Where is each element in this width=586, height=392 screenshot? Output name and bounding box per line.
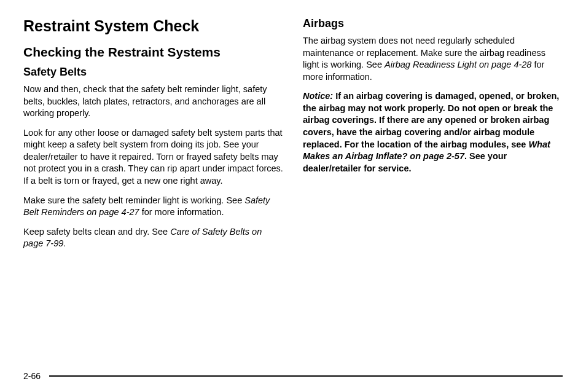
notice-label: Notice: xyxy=(303,91,333,101)
heading-airbags: Airbags xyxy=(303,17,563,30)
para-notice: Notice: If an airbag covering is damaged… xyxy=(303,90,563,174)
para-safety-belts-3: Make sure the safety belt reminder light… xyxy=(23,195,283,219)
footer-rule xyxy=(49,375,563,377)
left-column: Restraint System Check Checking the Rest… xyxy=(23,17,283,257)
page-footer: 2-66 xyxy=(23,371,563,381)
heading-safety-belts: Safety Belts xyxy=(23,66,283,79)
heading-restraint-system-check: Restraint System Check xyxy=(23,17,283,35)
text: Make sure the safety belt reminder light… xyxy=(23,195,244,205)
page-content: Restraint System Check Checking the Rest… xyxy=(23,17,563,257)
text: . xyxy=(63,238,66,248)
heading-checking-restraint-systems: Checking the Restraint Systems xyxy=(23,45,283,60)
para-safety-belts-1: Now and then, check that the safety belt… xyxy=(23,84,283,120)
page-number: 2-66 xyxy=(23,371,41,381)
notice-text-a: If an airbag covering is damaged, opened… xyxy=(303,91,559,149)
para-safety-belts-2: Look for any other loose or damaged safe… xyxy=(23,127,283,187)
para-airbags-1: The airbag system does not need regularl… xyxy=(303,35,563,83)
ref-airbag-readiness-light: Airbag Readiness Light on page 4-28 xyxy=(385,60,531,69)
text: for more information. xyxy=(139,207,224,217)
para-safety-belts-4: Keep safety belts clean and dry. See Car… xyxy=(23,226,283,250)
right-column: Airbags The airbag system does not need … xyxy=(303,17,563,257)
text: Keep safety belts clean and dry. See xyxy=(23,227,170,237)
